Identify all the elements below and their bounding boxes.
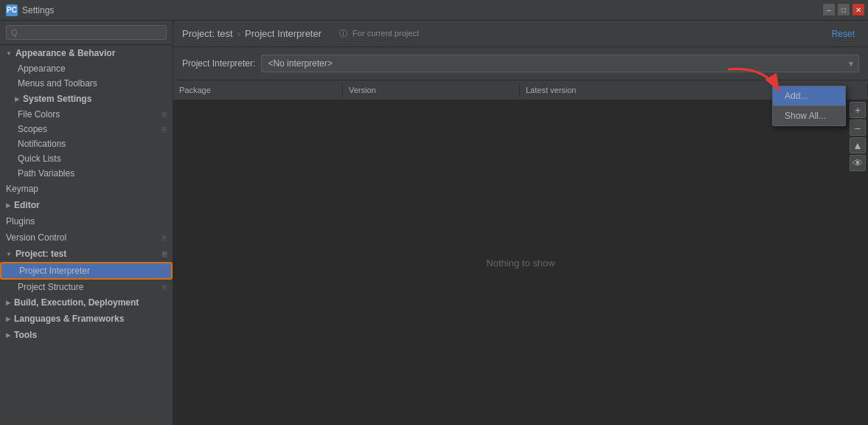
window-controls: – □ ✕ [822,3,865,16]
dropdown-item-add[interactable]: Add... [773,86,845,106]
sidebar-item-editor[interactable]: ▶ Editor [0,197,173,213]
sidebar-item-label: Appearance & Behavior [15,48,115,58]
expand-triangle-lang: ▶ [6,316,10,322]
copy-icon: ⎘ [162,283,167,291]
sidebar-item-project-structure[interactable]: Project Structure ⎘ [0,280,173,294]
table-actions: + – ▲ 👁 [847,99,868,174]
eye-button[interactable]: 👁 [850,155,866,171]
up-button[interactable]: ▲ [850,137,866,153]
interpreter-select-wrapper: <No interpreter> ▼ [261,55,859,72]
sidebar-item-plugins[interactable]: Plugins [0,213,173,229]
copy-icon: ⎘ [162,234,167,242]
main-layout: ▼ Appearance & Behavior Appearance Menus… [0,21,868,425]
dropdown-item-show-all[interactable]: Show All... [773,106,845,125]
expand-triangle-project: ▼ [6,251,12,258]
copy-icon: ⎘ [162,125,167,134]
interpreter-row: Project Interpreter: <No interpreter> ▼ [173,47,868,80]
expand-triangle: ▼ [6,50,12,57]
search-box [0,21,173,45]
column-version: Version [343,83,520,97]
breadcrumb-project: Project: test [182,28,233,39]
sidebar-item-version-control[interactable]: Version Control ⎘ [0,229,173,246]
add-package-button[interactable]: + [850,102,866,118]
sidebar-item-menus-toolbars[interactable]: Menus and Toolbars [0,76,173,91]
empty-message: Nothing to show [173,100,868,425]
minimize-button[interactable]: – [822,3,836,16]
sidebar-item-file-colors[interactable]: File Colors ⎘ [0,107,173,122]
sidebar-item-appearance[interactable]: Appearance [0,61,173,76]
expand-triangle-build: ▶ [6,300,10,306]
reset-button[interactable]: Reset [827,27,859,41]
sidebar-item-project-test[interactable]: ▼ Project: test ⎘ [0,246,173,262]
sidebar-item-keymap[interactable]: Keymap [0,181,173,197]
sidebar-item-path-variables[interactable]: Path Variables [0,166,173,181]
copy-icon: ⎘ [162,250,167,258]
content-area: Project: test › Project Interpreter ⓘ Fo… [173,21,868,425]
sidebar-item-system-settings[interactable]: ▶ System Settings [0,91,173,107]
search-input[interactable] [6,25,167,40]
interpreter-label: Project Interpreter: [182,58,255,69]
breadcrumb-for: ⓘ For current project [339,28,419,39]
table-header: Package Version Latest version [173,80,868,100]
info-icon: ⓘ [339,29,347,38]
content-header: Project: test › Project Interpreter ⓘ Fo… [173,21,868,47]
expand-triangle-editor: ▶ [6,202,10,209]
sidebar-item-build-execution[interactable]: ▶ Build, Execution, Deployment [0,294,173,311]
sidebar-item-notifications[interactable]: Notifications [0,137,173,151]
column-package: Package [173,83,343,97]
sidebar: ▼ Appearance & Behavior Appearance Menus… [0,21,173,425]
app-icon: PC [6,4,18,16]
window-title: Settings [22,5,54,15]
expand-triangle-system: ▶ [15,96,19,103]
remove-package-button[interactable]: – [850,120,866,136]
sidebar-item-project-interpreter[interactable]: Project Interpreter ⎘ [0,262,173,280]
maximize-button[interactable]: □ [837,3,850,16]
copy-icon: ⎘ [161,267,165,275]
sidebar-item-quick-lists[interactable]: Quick Lists [0,151,173,166]
sidebar-item-appearance-behavior[interactable]: ▼ Appearance & Behavior [0,45,173,61]
title-bar: PC Settings – □ ✕ [0,0,868,21]
breadcrumb-separator: › [237,28,240,39]
copy-icon: ⎘ [162,111,167,119]
sidebar-item-tools[interactable]: ▶ Tools [0,327,173,343]
sidebar-item-scopes[interactable]: Scopes ⎘ [0,122,173,137]
breadcrumb-page: Project Interpreter [245,28,322,39]
expand-triangle-tools: ▶ [6,332,10,339]
close-button[interactable]: ✕ [852,3,865,16]
breadcrumb: Project: test › Project Interpreter ⓘ Fo… [182,28,827,39]
interpreter-select[interactable]: <No interpreter> [261,55,859,72]
sidebar-item-languages-frameworks[interactable]: ▶ Languages & Frameworks [0,311,173,327]
dropdown-menu: Add... Show All... [772,86,846,126]
